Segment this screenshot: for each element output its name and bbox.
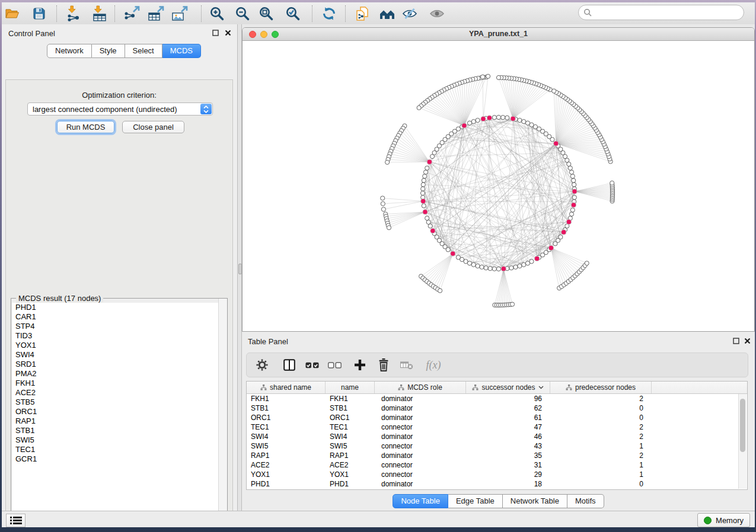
table-cell[interactable]: STB1: [247, 404, 326, 412]
table-cell[interactable]: dominator: [375, 432, 466, 441]
import-table-button[interactable]: [91, 5, 109, 23]
table-cell[interactable]: FKH1: [326, 395, 375, 403]
table-cell[interactable]: 18: [466, 480, 550, 488]
mcds-result-item[interactable]: FKH1: [12, 379, 227, 388]
table-scrollbar-thumb[interactable]: [740, 399, 745, 452]
table-cell[interactable]: SWI5: [326, 442, 375, 450]
tab-network[interactable]: Network: [47, 44, 92, 58]
table-cell[interactable]: 0: [550, 414, 652, 422]
table-cell[interactable]: dominator: [375, 404, 466, 412]
duplicate-network-button[interactable]: [353, 5, 371, 23]
table-cell[interactable]: 31: [466, 461, 550, 469]
table-cell[interactable]: 29: [466, 470, 550, 479]
zoom-out-button[interactable]: [234, 5, 251, 23]
hide-selected-button[interactable]: [401, 5, 419, 23]
tab-select[interactable]: Select: [125, 44, 162, 58]
network-graph[interactable]: [243, 41, 754, 332]
panel-divider[interactable]: [237, 24, 242, 511]
zoom-in-button[interactable]: [208, 5, 226, 23]
table-row[interactable]: ACE2ACE2connector311: [247, 460, 747, 470]
optimization-criterion-select[interactable]: largest connected component (undirected): [27, 102, 213, 116]
mcds-result-item[interactable]: TID3: [12, 331, 227, 341]
table-row[interactable]: SWI4SWI4dominator462: [247, 432, 747, 441]
table-cell[interactable]: 35: [466, 451, 550, 460]
column-header-successor-nodes[interactable]: successor nodes: [466, 382, 550, 393]
table-cell[interactable]: RAP1: [247, 451, 326, 460]
table-cell[interactable]: 46: [466, 432, 550, 441]
close-table-panel-button[interactable]: [744, 337, 751, 345]
export-network-button[interactable]: [123, 5, 141, 23]
table-cell[interactable]: connector: [375, 442, 466, 450]
mcds-result-list[interactable]: PHD1CAR1STP4TID3YOX1SWI4SRD1PMA2FKH1ACE2…: [12, 303, 227, 517]
table-cell[interactable]: 96: [466, 395, 550, 403]
tab-style[interactable]: Style: [92, 44, 125, 58]
table-row[interactable]: FKH1FKH1dominator962: [247, 394, 747, 403]
window-minimize-icon[interactable]: [260, 31, 267, 38]
table-cell[interactable]: 61: [466, 414, 550, 422]
table-cell[interactable]: connector: [375, 423, 466, 431]
table-cell[interactable]: 1: [550, 461, 652, 469]
float-table-panel-button[interactable]: [732, 337, 740, 345]
table-row[interactable]: RAP1RAP1dominator352: [247, 451, 747, 460]
float-panel-button[interactable]: [212, 29, 219, 37]
tab-edge-table[interactable]: Edge Table: [448, 494, 503, 508]
close-panel-action-button[interactable]: Close panel: [122, 121, 184, 133]
table-cell[interactable]: 2: [550, 432, 652, 441]
table-cell[interactable]: dominator: [375, 414, 466, 422]
delete-column-button[interactable]: [377, 356, 390, 374]
open-session-button[interactable]: [3, 5, 21, 23]
deselect-all-rows-button[interactable]: [327, 356, 343, 374]
table-cell[interactable]: connector: [375, 461, 466, 469]
close-panel-button[interactable]: [224, 29, 232, 37]
table-row[interactable]: SWI5SWI5connector431: [247, 441, 747, 451]
mcds-result-item[interactable]: YOX1: [12, 341, 227, 350]
table-cell[interactable]: SWI5: [247, 442, 326, 450]
column-header-name[interactable]: name: [326, 382, 375, 393]
zoom-selected-button[interactable]: [284, 5, 302, 23]
table-cell[interactable]: PHD1: [247, 480, 326, 488]
show-task-history-button[interactable]: [6, 514, 25, 527]
table-cell[interactable]: PHD1: [326, 480, 375, 488]
show-all-button[interactable]: [428, 5, 446, 23]
zoom-fit-button[interactable]: [257, 5, 275, 23]
window-maximize-icon[interactable]: [272, 31, 279, 38]
search-field[interactable]: [578, 5, 744, 20]
table-cell[interactable]: 47: [466, 423, 550, 431]
export-table-button[interactable]: [147, 5, 165, 23]
table-cell[interactable]: connector: [375, 470, 466, 479]
table-cell[interactable]: STB1: [326, 404, 375, 412]
table-row[interactable]: TEC1TEC1connector472: [247, 422, 747, 432]
mcds-result-item[interactable]: ORC1: [12, 407, 227, 416]
table-cell[interactable]: 0: [550, 480, 652, 488]
mcds-result-item[interactable]: ACE2: [12, 388, 227, 398]
table-cell[interactable]: ACE2: [326, 461, 375, 469]
table-cell[interactable]: TEC1: [247, 423, 326, 431]
table-row[interactable]: ORC1ORC1dominator610: [247, 413, 747, 422]
column-header-shared-name[interactable]: shared name: [247, 382, 326, 393]
delete-table-button[interactable]: [400, 356, 414, 374]
mcds-result-item[interactable]: STP4: [12, 322, 227, 331]
window-close-icon[interactable]: [249, 31, 256, 38]
save-session-button[interactable]: [30, 5, 48, 23]
refresh-view-button[interactable]: [320, 5, 338, 23]
first-neighbors-button[interactable]: [378, 5, 396, 23]
table-cell[interactable]: FKH1: [247, 395, 326, 403]
table-cell[interactable]: dominator: [375, 451, 466, 460]
table-cell[interactable]: 2: [550, 451, 652, 460]
mcds-list-scrollbar[interactable]: [218, 299, 227, 517]
table-cell[interactable]: 43: [466, 442, 550, 450]
mcds-result-item[interactable]: PMA2: [12, 369, 227, 379]
mcds-result-item[interactable]: TEC1: [12, 445, 227, 454]
table-cell[interactable]: YOX1: [247, 470, 326, 479]
show-columns-button[interactable]: [282, 356, 296, 374]
table-cell[interactable]: dominator: [375, 480, 466, 488]
network-canvas[interactable]: [243, 41, 754, 332]
memory-button[interactable]: Memory: [697, 513, 750, 527]
column-header-mcds-role[interactable]: MCDS role: [375, 382, 466, 393]
mcds-result-item[interactable]: SWI5: [12, 435, 227, 445]
mcds-result-item[interactable]: GCR1: [12, 454, 227, 464]
mcds-result-item[interactable]: RAP1: [12, 416, 227, 426]
table-cell[interactable]: SWI4: [247, 432, 326, 441]
mcds-result-item[interactable]: SRD1: [12, 360, 227, 369]
network-window-titlebar[interactable]: YPA_prune.txt_1: [243, 28, 754, 41]
